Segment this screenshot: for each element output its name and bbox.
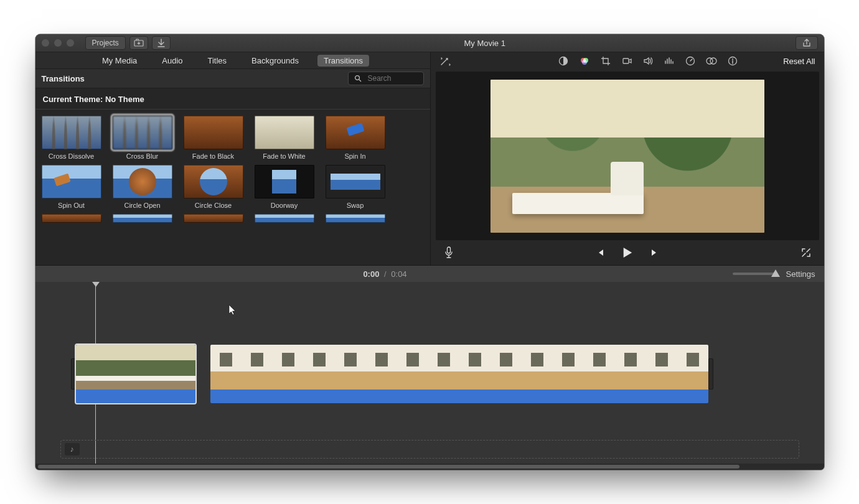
transition-label: Cross Blur: [126, 152, 158, 160]
transition-item[interactable]: [184, 214, 243, 223]
transition-spin-out[interactable]: Spin Out: [42, 165, 101, 209]
preview-frame: [491, 80, 764, 233]
theme-label: Current Theme: No Theme: [43, 95, 144, 104]
grid-row: Spin Out Circle Open Circle Close Doorwa…: [42, 165, 424, 209]
transition-spin-in[interactable]: Spin In: [326, 116, 385, 160]
svg-point-11: [732, 58, 733, 60]
tab-backgrounds[interactable]: Backgrounds: [245, 55, 305, 67]
share-icon: [801, 37, 812, 49]
audio-track[interactable]: ♪: [60, 440, 799, 459]
transition-label: Fade to Black: [192, 152, 234, 160]
transition-doorway[interactable]: Doorway: [255, 165, 314, 209]
reset-all-button[interactable]: Reset All: [783, 57, 815, 66]
close-window-button[interactable]: [42, 39, 49, 47]
zoom-slider[interactable]: [733, 273, 776, 275]
grid-row: Cross Dissolve Cross Blur Fade to Black …: [42, 116, 424, 160]
prev-frame-button[interactable]: [594, 247, 606, 258]
grid-row: [42, 214, 424, 223]
tab-audio[interactable]: Audio: [156, 55, 189, 67]
music-well-icon: ♪: [65, 443, 80, 455]
color-correction-icon[interactable]: [579, 55, 590, 67]
search-field[interactable]: [348, 72, 424, 85]
transition-item[interactable]: [326, 214, 385, 223]
window-controls: [42, 39, 74, 47]
transition-label: Spin In: [344, 152, 365, 160]
scrollbar-thumb[interactable]: [38, 465, 740, 469]
time-bar: 0:00 / 0:04 Settings: [35, 266, 824, 282]
svg-point-1: [355, 76, 359, 80]
tab-transitions[interactable]: Transitions: [317, 55, 369, 67]
zoom-window-button[interactable]: [67, 39, 74, 47]
clip-2[interactable]: [210, 345, 708, 403]
tab-my-media[interactable]: My Media: [96, 55, 143, 67]
preview-area[interactable]: [436, 72, 819, 240]
transition-label: Spin Out: [58, 202, 85, 209]
upper-panels: My Media Audio Titles Backgrounds Transi…: [35, 52, 824, 266]
transition-fade-to-black[interactable]: Fade to Black: [184, 116, 243, 160]
clip-1[interactable]: [76, 345, 195, 403]
transition-label: Swap: [347, 202, 364, 209]
filter-icon[interactable]: [706, 55, 717, 67]
transition-circle-open[interactable]: Circle Open: [113, 165, 172, 209]
share-button[interactable]: [796, 36, 818, 50]
svg-rect-6: [623, 58, 629, 63]
download-button[interactable]: [152, 36, 171, 50]
transition-cross-dissolve[interactable]: Cross Dissolve: [42, 116, 101, 160]
svg-point-9: [710, 58, 716, 64]
transition-label: Circle Open: [124, 202, 160, 209]
transition-cross-blur[interactable]: Cross Blur: [113, 116, 172, 160]
stabilization-icon[interactable]: [621, 55, 632, 67]
timeline[interactable]: ♪: [35, 282, 824, 464]
clip-audio[interactable]: [76, 390, 195, 403]
transport-bar: [431, 240, 824, 265]
fullscreen-button[interactable]: [800, 247, 812, 258]
viewer-panel: Reset All: [431, 52, 824, 265]
transition-swap[interactable]: Swap: [326, 165, 385, 209]
window-title: My Movie 1: [174, 39, 796, 48]
horizontal-scrollbar[interactable]: [35, 464, 824, 470]
import-media-button[interactable]: [129, 36, 148, 50]
clip-trim-handle[interactable]: [708, 358, 713, 390]
info-icon[interactable]: [727, 55, 738, 67]
crop-icon[interactable]: [600, 55, 611, 67]
volume-icon[interactable]: [642, 55, 654, 67]
projects-button[interactable]: Projects: [85, 36, 126, 50]
svg-point-5: [582, 60, 587, 65]
browser-title: Transitions: [42, 74, 85, 83]
download-icon: [156, 37, 167, 49]
transition-item[interactable]: [255, 214, 314, 223]
clip-audio[interactable]: [210, 390, 708, 403]
transitions-grid: Cross Dissolve Cross Blur Fade to Black …: [35, 110, 430, 265]
svg-point-8: [706, 58, 713, 64]
search-icon: [352, 73, 364, 84]
browser-subheader: Transitions: [35, 69, 430, 88]
viewer-toolbar: Reset All: [431, 52, 824, 70]
import-icon: [133, 37, 144, 49]
voiceover-icon[interactable]: [443, 247, 454, 258]
clip-trim-handle[interactable]: [71, 358, 76, 390]
play-button[interactable]: [622, 247, 633, 258]
browser-tabs: My Media Audio Titles Backgrounds Transi…: [35, 52, 430, 69]
minimize-window-button[interactable]: [54, 39, 62, 47]
transition-item[interactable]: [113, 214, 172, 223]
time-separator: /: [384, 269, 387, 279]
transition-circle-close[interactable]: Circle Close: [184, 165, 243, 209]
app-window: Projects My Movie 1 My Media Audio Title…: [35, 34, 824, 470]
next-frame-button[interactable]: [649, 247, 660, 258]
transition-fade-to-white[interactable]: Fade to White: [255, 116, 314, 160]
enhance-icon[interactable]: [439, 55, 451, 67]
settings-button[interactable]: Settings: [786, 269, 815, 279]
transition-item[interactable]: [42, 214, 101, 223]
projects-label: Projects: [92, 39, 119, 47]
mouse-cursor-icon: [228, 304, 237, 315]
tab-titles[interactable]: Titles: [202, 55, 233, 67]
transition-label: Fade to White: [263, 152, 305, 160]
color-balance-icon[interactable]: [558, 55, 569, 67]
clips-row: [71, 344, 799, 404]
search-input[interactable]: [367, 73, 419, 83]
title-bar: Projects My Movie 1: [35, 34, 824, 52]
theme-bar: Current Theme: No Theme: [35, 88, 430, 110]
noise-reduction-icon[interactable]: [664, 55, 675, 67]
speed-icon[interactable]: [685, 55, 696, 67]
time-total: 0:04: [391, 269, 406, 279]
